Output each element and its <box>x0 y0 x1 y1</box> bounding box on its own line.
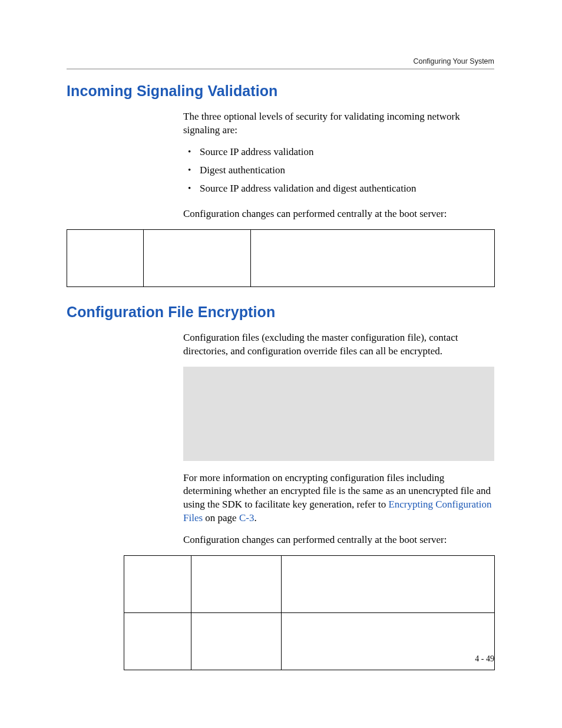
text-span: on page <box>203 512 239 523</box>
table-cell <box>67 229 144 286</box>
link-page-c3[interactable]: C-3 <box>239 512 254 523</box>
section2-p2: For more information on encrypting confi… <box>183 472 494 526</box>
heading-configuration-file-encryption: Configuration File Encryption <box>67 304 494 321</box>
table-cell <box>191 556 282 613</box>
running-header: Configuring Your System <box>413 57 494 65</box>
table-cell <box>251 229 495 286</box>
table-cell <box>144 229 251 286</box>
section2-body: Configuration files (excluding the maste… <box>183 331 494 548</box>
note-box <box>183 367 494 461</box>
section2-p1: Configuration files (excluding the maste… <box>183 331 494 358</box>
table-row <box>124 613 495 670</box>
section1-table <box>67 229 495 287</box>
section1-intro: The three optional levels of security fo… <box>183 110 494 137</box>
section2-outro: Configuration changes can performed cent… <box>183 533 494 547</box>
section1-outro: Configuration changes can performed cent… <box>183 207 494 221</box>
page: Configuring Your System Incoming Signali… <box>0 0 562 728</box>
page-number: 4 - 49 <box>475 654 494 664</box>
content-area: Incoming Signaling Validation The three … <box>67 83 494 687</box>
table-row <box>67 229 495 286</box>
table-cell <box>124 556 191 613</box>
table-row <box>124 556 495 613</box>
table-cell <box>191 613 282 670</box>
heading-incoming-signaling-validation: Incoming Signaling Validation <box>67 83 494 100</box>
table-cell <box>282 613 495 670</box>
header-rule <box>67 68 494 70</box>
text-span: . <box>254 512 256 523</box>
bullet-item: Source IP address validation and digest … <box>183 182 494 200</box>
section1-bullets: Source IP address validation Digest auth… <box>183 146 494 200</box>
section2-table <box>124 555 495 670</box>
table-cell <box>282 556 495 613</box>
bullet-item: Source IP address validation <box>183 146 494 164</box>
table-cell <box>124 613 191 670</box>
section1-body: The three optional levels of security fo… <box>183 110 494 221</box>
bullet-item: Digest authentication <box>183 164 494 182</box>
